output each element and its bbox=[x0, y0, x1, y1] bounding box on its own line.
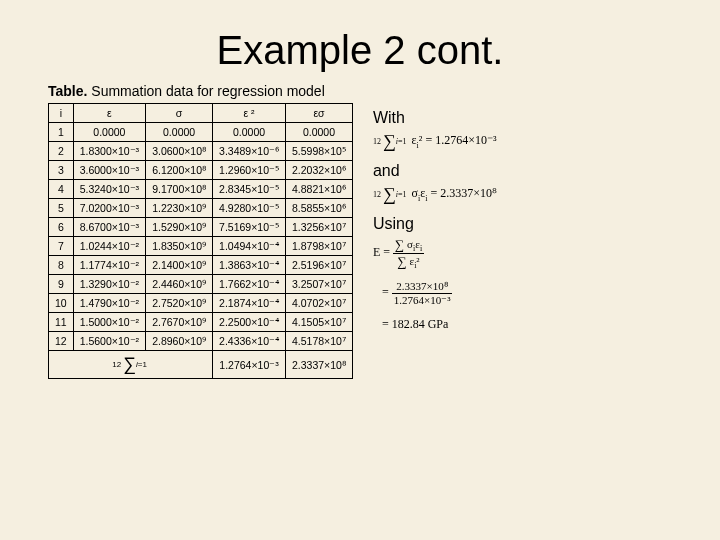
col-sigma: σ bbox=[146, 104, 213, 123]
cell-e: 1.5000×10⁻² bbox=[73, 313, 145, 332]
cell-s: 2.8960×10⁹ bbox=[146, 332, 213, 351]
cell-e2: 2.4336×10⁻⁴ bbox=[213, 332, 286, 351]
content-row: i ε σ ε ² εσ 10.00000.00000.00000.000021… bbox=[0, 103, 720, 379]
cell-e: 5.3240×10⁻³ bbox=[73, 180, 145, 199]
page-title: Example 2 cont. bbox=[0, 28, 720, 73]
cell-e2: 7.5169×10⁻⁵ bbox=[213, 218, 286, 237]
cell-i: 10 bbox=[49, 294, 74, 313]
table-row: 21.8300×10⁻³3.0600×10⁸3.3489×10⁻⁶5.5998×… bbox=[49, 142, 353, 161]
table-row: 68.6700×10⁻³1.5290×10⁹7.5169×10⁻⁵1.3256×… bbox=[49, 218, 353, 237]
cell-s: 2.1400×10⁹ bbox=[146, 256, 213, 275]
table-row: 71.0244×10⁻²1.8350×10⁹1.0494×10⁻⁴1.8798×… bbox=[49, 237, 353, 256]
and-label: and bbox=[373, 162, 497, 180]
sum-e2: 1.2764×10⁻³ bbox=[213, 351, 286, 379]
cell-e: 8.6700×10⁻³ bbox=[73, 218, 145, 237]
cell-e2: 1.2960×10⁻⁵ bbox=[213, 161, 286, 180]
table-row: 10.00000.00000.00000.0000 bbox=[49, 123, 353, 142]
table-wrapper: i ε σ ε ² εσ 10.00000.00000.00000.000021… bbox=[48, 103, 353, 379]
cell-es: 8.5855×10⁶ bbox=[286, 199, 353, 218]
cell-i: 12 bbox=[49, 332, 74, 351]
cell-s: 1.8350×10⁹ bbox=[146, 237, 213, 256]
eq-sum-se: 12∑i=1 σiεi = 2.3337×10⁸ bbox=[373, 184, 497, 205]
cell-e: 3.6000×10⁻³ bbox=[73, 161, 145, 180]
cell-es: 3.2507×10⁷ bbox=[286, 275, 353, 294]
cell-e: 1.0244×10⁻² bbox=[73, 237, 145, 256]
table-row: 121.5600×10⁻²2.8960×10⁹2.4336×10⁻⁴4.5178… bbox=[49, 332, 353, 351]
cell-e2: 4.9280×10⁻⁵ bbox=[213, 199, 286, 218]
right-column: With 12∑i=1 εi² = 1.2764×10⁻³ and 12∑i=1… bbox=[373, 103, 497, 379]
cell-es: 5.5998×10⁵ bbox=[286, 142, 353, 161]
table-row: 45.3240×10⁻³9.1700×10⁸2.8345×10⁻⁵4.8821×… bbox=[49, 180, 353, 199]
eq-E-result: = 182.84 GPa bbox=[373, 317, 497, 332]
with-label: With bbox=[373, 109, 497, 127]
cell-i: 1 bbox=[49, 123, 74, 142]
cell-e: 1.1774×10⁻² bbox=[73, 256, 145, 275]
sum-es: 2.3337×10⁸ bbox=[286, 351, 353, 379]
table-row: 91.3290×10⁻²2.4460×10⁹1.7662×10⁻⁴3.2507×… bbox=[49, 275, 353, 294]
cell-es: 1.3256×10⁷ bbox=[286, 218, 353, 237]
cell-es: 4.0702×10⁷ bbox=[286, 294, 353, 313]
cell-e2: 0.0000 bbox=[213, 123, 286, 142]
cell-i: 6 bbox=[49, 218, 74, 237]
cell-s: 3.0600×10⁸ bbox=[146, 142, 213, 161]
cell-s: 2.7670×10⁹ bbox=[146, 313, 213, 332]
caption-text: Summation data for regression model bbox=[87, 83, 324, 99]
cell-es: 2.2032×10⁶ bbox=[286, 161, 353, 180]
cell-i: 9 bbox=[49, 275, 74, 294]
cell-i: 5 bbox=[49, 199, 74, 218]
cell-i: 11 bbox=[49, 313, 74, 332]
cell-i: 8 bbox=[49, 256, 74, 275]
table-row: 81.1774×10⁻²2.1400×10⁹1.3863×10⁻⁴2.5196×… bbox=[49, 256, 353, 275]
cell-i: 4 bbox=[49, 180, 74, 199]
cell-e2: 2.2500×10⁻⁴ bbox=[213, 313, 286, 332]
cell-e2: 2.1874×10⁻⁴ bbox=[213, 294, 286, 313]
table-header-row: i ε σ ε ² εσ bbox=[49, 104, 353, 123]
cell-e2: 2.8345×10⁻⁵ bbox=[213, 180, 286, 199]
cell-e: 1.8300×10⁻³ bbox=[73, 142, 145, 161]
cell-e: 1.3290×10⁻² bbox=[73, 275, 145, 294]
cell-e2: 3.3489×10⁻⁶ bbox=[213, 142, 286, 161]
cell-i: 3 bbox=[49, 161, 74, 180]
frac-den: 1.2764×10⁻³ bbox=[392, 294, 453, 307]
cell-e2: 1.7662×10⁻⁴ bbox=[213, 275, 286, 294]
eq-E-fraction: E = ∑ σiεi ∑ εi² bbox=[373, 237, 497, 270]
frac-num: 2.3337×10⁸ bbox=[392, 280, 453, 294]
eq-E-numeric: = 2.3337×10⁸ 1.2764×10⁻³ bbox=[373, 280, 497, 307]
eq-sum-e2: 12∑i=1 εi² = 1.2764×10⁻³ bbox=[373, 131, 497, 152]
cell-s: 1.5290×10⁹ bbox=[146, 218, 213, 237]
cell-s: 1.2230×10⁹ bbox=[146, 199, 213, 218]
cell-es: 2.5196×10⁷ bbox=[286, 256, 353, 275]
cell-e2: 1.3863×10⁻⁴ bbox=[213, 256, 286, 275]
cell-i: 2 bbox=[49, 142, 74, 161]
table-caption: Table. Summation data for regression mod… bbox=[48, 83, 720, 99]
slide: Example 2 cont. Table. Summation data fo… bbox=[0, 28, 720, 540]
cell-s: 2.4460×10⁹ bbox=[146, 275, 213, 294]
sum-symbol: 12∑i=1 bbox=[49, 351, 213, 379]
sum-row: 12∑i=1 1.2764×10⁻³ 2.3337×10⁸ bbox=[49, 351, 353, 379]
col-epsilonsigma: εσ bbox=[286, 104, 353, 123]
caption-label: Table. bbox=[48, 83, 87, 99]
table-row: 33.6000×10⁻³6.1200×10⁸1.2960×10⁻⁵2.2032×… bbox=[49, 161, 353, 180]
cell-es: 1.8798×10⁷ bbox=[286, 237, 353, 256]
cell-e2: 1.0494×10⁻⁴ bbox=[213, 237, 286, 256]
col-epsilon2: ε ² bbox=[213, 104, 286, 123]
cell-e: 1.5600×10⁻² bbox=[73, 332, 145, 351]
cell-e: 1.4790×10⁻² bbox=[73, 294, 145, 313]
cell-i: 7 bbox=[49, 237, 74, 256]
cell-e: 0.0000 bbox=[73, 123, 145, 142]
cell-es: 4.1505×10⁷ bbox=[286, 313, 353, 332]
cell-s: 9.1700×10⁸ bbox=[146, 180, 213, 199]
cell-e: 7.0200×10⁻³ bbox=[73, 199, 145, 218]
cell-es: 4.8821×10⁶ bbox=[286, 180, 353, 199]
table-row: 57.0200×10⁻³1.2230×10⁹4.9280×10⁻⁵8.5855×… bbox=[49, 199, 353, 218]
cell-s: 6.1200×10⁸ bbox=[146, 161, 213, 180]
cell-s: 0.0000 bbox=[146, 123, 213, 142]
col-i: i bbox=[49, 104, 74, 123]
table-row: 111.5000×10⁻²2.7670×10⁹2.2500×10⁻⁴4.1505… bbox=[49, 313, 353, 332]
cell-es: 0.0000 bbox=[286, 123, 353, 142]
cell-es: 4.5178×10⁷ bbox=[286, 332, 353, 351]
E-equals: E = bbox=[373, 245, 390, 259]
col-epsilon: ε bbox=[73, 104, 145, 123]
table-row: 101.4790×10⁻²2.7520×10⁹2.1874×10⁻⁴4.0702… bbox=[49, 294, 353, 313]
cell-s: 2.7520×10⁹ bbox=[146, 294, 213, 313]
